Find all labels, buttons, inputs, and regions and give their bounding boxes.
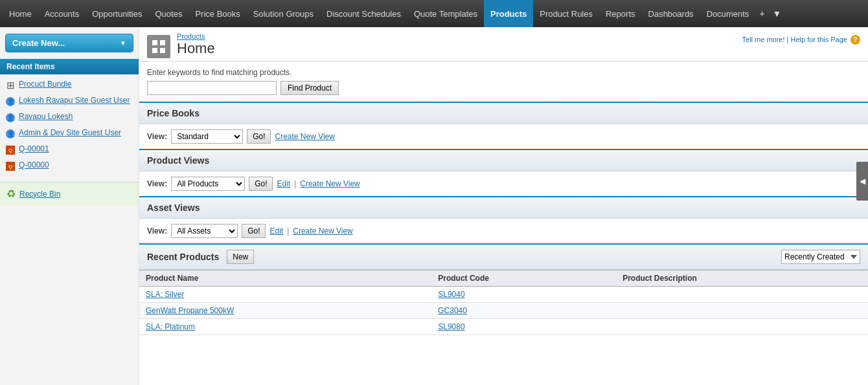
asset-views-body: View: All Assets Active Assets Go! Edit … <box>139 219 868 243</box>
nav-dashboards[interactable]: Dashboards <box>642 0 700 27</box>
product-views-view-select[interactable]: All Products Active Products <box>171 177 245 191</box>
svg-rect-3 <box>152 48 157 53</box>
quote-icon: Q <box>5 161 16 171</box>
product-description <box>616 287 868 303</box>
list-item[interactable]: 👤 Ravapu Lokesh <box>0 109 139 126</box>
price-books-header: Price Books <box>139 103 868 124</box>
recent-products-title: Recent Products <box>147 252 219 262</box>
product-views-go-button[interactable]: Go! <box>249 177 273 191</box>
page-help-links: Tell me more! | Help for this Page ? <box>742 35 860 45</box>
asset-views-section: Asset Views View: All Assets Active Asse… <box>139 196 868 243</box>
price-books-go-button[interactable]: Go! <box>247 129 271 144</box>
recent-products-sort-select[interactable]: Recently Created Recently Modified Alpha… <box>781 250 860 264</box>
product-views-body: View: All Products Active Products Go! E… <box>139 171 868 196</box>
nav-quotes[interactable]: Quotes <box>149 0 189 27</box>
asset-views-view-select[interactable]: All Assets Active Assets <box>171 224 238 238</box>
nav-more-arrow-icon[interactable]: ▼ <box>769 0 786 27</box>
price-books-section: Price Books View: Standard All Price Boo… <box>139 102 868 149</box>
nav-product-rules[interactable]: Product Rules <box>533 0 599 27</box>
search-description: Enter keywords to find matching products… <box>147 68 860 77</box>
recent-item-label[interactable]: Admin & Dev Site Guest User <box>19 128 121 137</box>
user-icon: 👤 <box>5 113 16 123</box>
recent-item-label[interactable]: Q-00001 <box>19 144 49 153</box>
list-item[interactable]: Q Q-00001 <box>0 142 139 158</box>
svg-rect-1 <box>152 40 157 45</box>
product-code-link[interactable]: GC3040 <box>438 306 467 315</box>
col-product-code: Product Code <box>431 270 616 287</box>
quote-icon: Q <box>5 145 16 155</box>
user-icon: 👤 <box>5 96 16 107</box>
price-books-view-label: View: <box>147 132 167 141</box>
user-icon: 👤 <box>5 129 16 139</box>
product-views-view-label: View: <box>147 179 167 188</box>
recent-item-label[interactable]: Procuct Bundle <box>19 80 71 89</box>
recent-item-label[interactable]: Ravapu Lokesh <box>19 112 73 121</box>
svg-rect-4 <box>160 48 165 53</box>
recycle-bin-icon: ♻ <box>6 188 16 200</box>
nav-discount-schedules[interactable]: Discount Schedules <box>320 0 407 27</box>
nav-home[interactable]: Home <box>3 0 38 27</box>
help-for-page-link[interactable]: Help for this Page <box>791 36 847 43</box>
main-content: Products Home Tell me more! | Help for t… <box>139 27 868 385</box>
asset-views-view-label: View: <box>147 226 167 236</box>
page-header: Products Home Tell me more! | Help for t… <box>139 27 868 61</box>
product-name-link[interactable]: SLA: Silver <box>146 290 184 299</box>
asset-views-edit-link[interactable]: Edit <box>269 226 283 236</box>
search-input[interactable] <box>147 81 277 95</box>
sidebar: Create New... ▼ Recent Items ⊞ Procuct B… <box>0 27 139 385</box>
recycle-bin-label[interactable]: Recycle Bin <box>19 190 60 199</box>
search-area: Enter keywords to find matching products… <box>139 61 868 102</box>
nav-quote-templates[interactable]: Quote Templates <box>407 0 484 27</box>
product-description <box>616 303 868 319</box>
price-books-view-select[interactable]: Standard All Price Books <box>171 129 243 144</box>
product-name-link[interactable]: SLA: Platinum <box>146 322 195 331</box>
tell-me-more-link[interactable]: Tell me more! <box>742 36 784 43</box>
page-icon <box>147 35 170 58</box>
asset-views-go-button[interactable]: Go! <box>242 224 266 238</box>
product-views-create-new-view-link[interactable]: Create New View <box>300 179 360 188</box>
recent-item-label[interactable]: Q-00000 <box>19 160 49 170</box>
nav-solution-groups[interactable]: Solution Groups <box>247 0 320 27</box>
nav-accounts[interactable]: Accounts <box>38 0 86 27</box>
help-icon[interactable]: ? <box>851 35 860 45</box>
create-new-button[interactable]: Create New... ▼ <box>5 34 133 52</box>
recent-products-section: Recent Products New Recently Created Rec… <box>139 243 868 335</box>
recycle-bin-item[interactable]: ♻ Recycle Bin <box>0 182 139 205</box>
list-item[interactable]: 👤 Admin & Dev Site Guest User <box>0 126 139 142</box>
bundle-icon: ⊞ <box>5 80 16 91</box>
product-code-link[interactable]: SL9040 <box>438 290 464 299</box>
recent-items-list: ⊞ Procuct Bundle 👤 Lokesh Ravapu Site Gu… <box>0 74 139 177</box>
recent-items-header: Recent Items <box>0 59 139 74</box>
recent-item-label[interactable]: Lokesh Ravapu Site Guest User <box>19 96 130 105</box>
asset-views-separator: | <box>287 226 289 236</box>
list-item[interactable]: 👤 Lokesh Ravapu Site Guest User <box>0 93 139 109</box>
collapse-arrow-icon: ◀ <box>860 177 865 186</box>
asset-views-header: Asset Views <box>139 197 868 219</box>
nav-reports[interactable]: Reports <box>599 0 642 27</box>
create-new-dropdown-arrow-icon: ▼ <box>120 39 126 47</box>
product-code-link[interactable]: SL9080 <box>438 322 464 331</box>
product-name-link[interactable]: GenWatt Propane 500kW <box>146 306 234 315</box>
price-books-create-new-view-link[interactable]: Create New View <box>275 132 334 141</box>
nav-opportunities[interactable]: Opportunities <box>86 0 148 27</box>
list-item[interactable]: ⊞ Procuct Bundle <box>0 77 139 93</box>
table-row: SLA: Platinum SL9080 <box>139 319 868 335</box>
recent-products-table: Product Name Product Code Product Descri… <box>139 270 868 335</box>
top-navigation: Home Accounts Opportunities Quotes Price… <box>0 0 868 27</box>
nav-plus-icon[interactable]: + <box>755 0 768 27</box>
product-description <box>616 319 868 335</box>
recent-products-new-button[interactable]: New <box>227 250 254 264</box>
collapse-tab[interactable]: ◀ <box>856 162 868 201</box>
nav-documents[interactable]: Documents <box>700 0 756 27</box>
product-views-edit-link[interactable]: Edit <box>277 179 290 188</box>
nav-price-books[interactable]: Price Books <box>188 0 246 27</box>
nav-products[interactable]: Products <box>484 0 533 27</box>
breadcrumb[interactable]: Products <box>177 32 215 40</box>
find-product-button[interactable]: Find Product <box>280 81 339 95</box>
col-product-name: Product Name <box>139 270 431 287</box>
page-title: Home <box>177 40 215 57</box>
product-views-section: Product Views View: All Products Active … <box>139 149 868 196</box>
recent-products-header: Recent Products New Recently Created Rec… <box>139 245 868 270</box>
asset-views-create-new-view-link[interactable]: Create New View <box>293 226 352 236</box>
list-item[interactable]: Q Q-00000 <box>0 158 139 174</box>
